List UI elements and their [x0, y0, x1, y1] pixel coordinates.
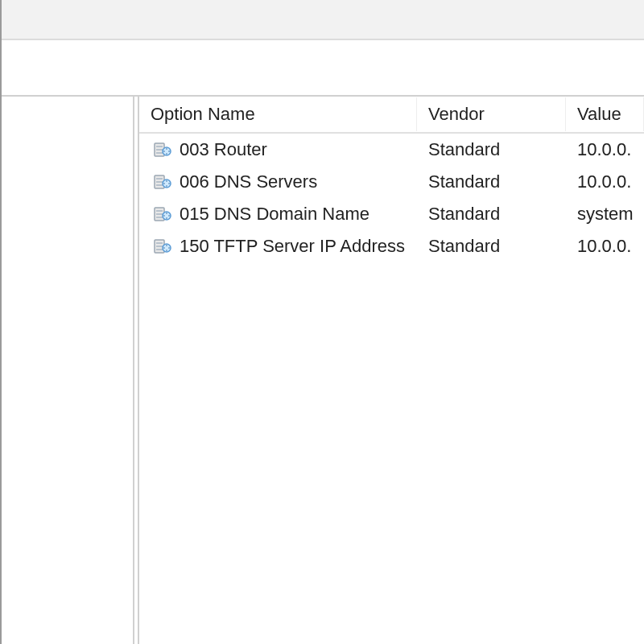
list-item[interactable]: 015 DNS Domain Name Standard system: [139, 198, 644, 230]
svg-point-33: [166, 250, 167, 251]
column-header-label: Option Name: [151, 104, 255, 124]
svg-rect-28: [156, 242, 163, 244]
content-area: Option Name Vendor Value: [2, 97, 644, 644]
svg-point-5: [166, 148, 167, 150]
svg-rect-30: [156, 249, 163, 250]
server-option-icon: [151, 171, 173, 193]
svg-rect-29: [156, 246, 163, 247]
list-item[interactable]: 003 Router Standard 10.0.0.: [139, 134, 644, 166]
option-name: 006 DNS Servers: [180, 171, 317, 192]
svg-point-26: [168, 215, 170, 217]
option-value: 10.0.0.: [577, 236, 631, 257]
option-value: system: [577, 204, 634, 225]
list-pane: Option Name Vendor Value: [138, 97, 644, 644]
svg-point-23: [166, 213, 167, 214]
option-name: 150 TFTP Server IP Address: [180, 236, 405, 257]
svg-point-8: [168, 151, 170, 152]
server-option-icon: [151, 235, 173, 258]
list-item[interactable]: 150 TFTP Server IP Address Standard 10.0…: [139, 230, 644, 262]
column-header-option-name[interactable]: Option Name: [139, 97, 417, 131]
svg-rect-10: [156, 178, 163, 180]
option-vendor: Standard: [428, 139, 500, 160]
svg-rect-3: [156, 152, 163, 154]
column-header-label: Vendor: [428, 104, 485, 124]
svg-point-7: [163, 151, 165, 152]
list-body: 003 Router Standard 10.0.0.: [139, 134, 644, 644]
svg-rect-20: [156, 213, 163, 215]
svg-rect-19: [156, 210, 163, 212]
svg-rect-12: [156, 184, 163, 186]
svg-rect-21: [156, 217, 163, 218]
column-header-value[interactable]: Value: [566, 97, 644, 131]
tree-pane[interactable]: [2, 97, 134, 644]
column-header-label: Value: [577, 104, 621, 124]
svg-point-35: [168, 247, 170, 249]
svg-rect-11: [156, 181, 163, 183]
window-toolbar: [2, 40, 644, 97]
svg-point-25: [163, 215, 165, 217]
option-name: 003 Router: [180, 139, 267, 160]
svg-rect-2: [156, 149, 163, 151]
svg-point-6: [166, 153, 167, 155]
server-option-icon: [151, 138, 173, 161]
server-option-icon: [151, 203, 173, 225]
svg-point-16: [163, 183, 165, 184]
option-value: 10.0.0.: [577, 139, 631, 160]
svg-rect-1: [156, 146, 163, 147]
svg-point-24: [166, 217, 167, 219]
window-titlebar: [2, 0, 644, 40]
dhcp-options-window: Option Name Vendor Value: [0, 0, 644, 644]
option-name: 015 DNS Domain Name: [180, 204, 369, 225]
option-vendor: Standard: [428, 204, 500, 225]
option-vendor: Standard: [428, 171, 500, 192]
column-header-vendor[interactable]: Vendor: [417, 97, 566, 131]
svg-point-32: [166, 245, 167, 246]
svg-point-14: [166, 180, 167, 182]
list-header: Option Name Vendor Value: [139, 97, 644, 134]
list-item[interactable]: 006 DNS Servers Standard 10.0.0.: [139, 166, 644, 198]
option-value: 10.0.0.: [577, 171, 631, 192]
svg-point-15: [166, 185, 167, 187]
svg-point-17: [168, 183, 170, 184]
svg-point-34: [163, 247, 165, 249]
option-vendor: Standard: [428, 236, 500, 257]
